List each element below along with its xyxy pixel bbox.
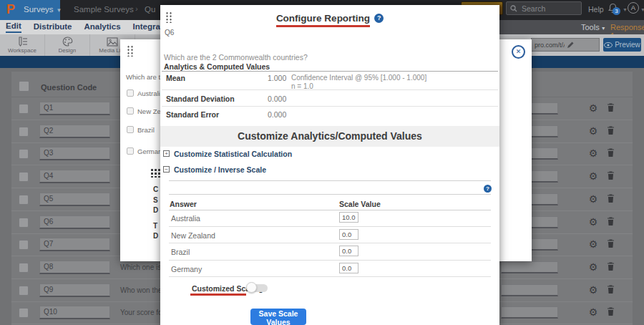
divider <box>169 226 491 227</box>
scale-value-input[interactable] <box>339 246 358 256</box>
stat-value: 1.000 <box>268 74 286 82</box>
toggle-knob <box>246 282 257 293</box>
edit-pencil-icon[interactable] <box>567 42 597 49</box>
divider <box>169 276 491 277</box>
settings-gear-icon[interactable]: ⚙ <box>587 261 600 273</box>
row-checkbox[interactable] <box>19 104 29 114</box>
red-underline <box>190 294 246 296</box>
collapse-minus-icon[interactable]: − <box>163 166 170 173</box>
question-code-input[interactable]: Q6 <box>39 215 110 229</box>
delete-trash-icon[interactable] <box>607 194 616 205</box>
scale-answer-label: Australia <box>171 214 200 223</box>
toolbar-item-workspace[interactable]: Workspace <box>0 34 45 56</box>
tab-edit[interactable]: Edit <box>6 21 21 33</box>
question-code-input[interactable]: Q5 <box>39 193 110 206</box>
delete-trash-icon[interactable] <box>607 217 616 228</box>
settings-gear-icon[interactable]: ⚙ <box>587 283 600 296</box>
settings-gear-icon[interactable]: ⚙ <box>587 193 600 205</box>
settings-gear-icon[interactable]: ⚙ <box>587 147 600 160</box>
row-checkbox[interactable] <box>19 240 29 250</box>
answer-checkbox[interactable] <box>127 147 134 155</box>
row-value-input[interactable] <box>501 261 558 273</box>
select-all-checkbox[interactable] <box>19 81 29 92</box>
delete-trash-icon[interactable] <box>607 148 616 159</box>
search-input[interactable] <box>520 4 577 14</box>
search-box[interactable] <box>506 1 582 15</box>
scale-value-input[interactable] <box>339 212 358 223</box>
search-icon <box>510 5 517 12</box>
delete-trash-icon[interactable] <box>607 126 616 137</box>
settings-gear-icon[interactable]: ⚙ <box>587 102 600 115</box>
row-checkbox[interactable] <box>19 195 29 205</box>
delete-trash-icon[interactable] <box>607 171 616 182</box>
column-header-scale-value: Scale Value <box>339 200 381 208</box>
help-icon[interactable]: ? <box>484 185 492 193</box>
stat-label: Standard Deviation <box>166 94 235 103</box>
preview-button[interactable]: Preview <box>603 38 641 52</box>
avatar[interactable]: A <box>628 2 639 14</box>
tab-distribute[interactable]: Distribute <box>34 22 72 32</box>
help-link[interactable]: Help <box>588 5 604 14</box>
row-checkbox[interactable] <box>19 286 29 296</box>
question-code-input[interactable]: Q9 <box>39 283 110 297</box>
breadcrumb[interactable]: Sample Surveys <box>74 5 134 14</box>
delete-trash-icon[interactable] <box>607 239 616 250</box>
answer-checkbox[interactable] <box>127 126 134 133</box>
settings-gear-icon[interactable]: ⚙ <box>587 215 600 228</box>
delete-trash-icon[interactable] <box>607 262 616 273</box>
chevron-down-icon: ▼ <box>57 7 62 14</box>
toolbar-item-design[interactable]: Design <box>45 34 90 56</box>
question-code-input[interactable]: Q8 <box>39 261 110 274</box>
question-code-input[interactable]: Q2 <box>39 125 110 138</box>
drag-handle-icon[interactable] <box>126 44 134 57</box>
close-icon[interactable]: ✕ <box>512 45 525 59</box>
expand-plus-icon[interactable]: + <box>163 150 170 157</box>
answer-checkbox[interactable] <box>127 89 134 97</box>
settings-gear-icon[interactable]: ⚙ <box>587 238 600 251</box>
settings-gear-icon[interactable]: ⚙ <box>587 170 600 183</box>
divider <box>162 106 498 107</box>
clipped-label: C <box>153 185 158 193</box>
question-code-input[interactable]: Q7 <box>39 238 110 251</box>
configure-reporting-modal: Configure Reporting? Q6 Which are the 2 … <box>160 5 499 325</box>
settings-gear-icon[interactable]: ⚙ <box>587 125 600 137</box>
customize-section-header: Customize Analytics/Computed Values <box>160 126 499 147</box>
chevron-down-icon[interactable]: ▼ <box>623 7 628 12</box>
grid-drag-icon[interactable] <box>150 168 160 178</box>
survey-url-field[interactable]: pro.com/t/APNrFZeY <box>531 38 600 52</box>
questionpro-logo[interactable]: P <box>6 2 15 17</box>
question-code-input[interactable]: Q1 <box>39 102 110 115</box>
customized-scaling-toggle[interactable] <box>246 282 269 294</box>
surveys-menu[interactable]: Surveys▼ <box>24 5 62 14</box>
save-scale-values-button[interactable]: Save Scale Values <box>250 309 306 325</box>
breadcrumb-separator: › <box>135 4 138 13</box>
delete-trash-icon[interactable] <box>607 307 616 318</box>
row-checkbox[interactable] <box>19 172 29 182</box>
row-checkbox[interactable] <box>19 263 29 273</box>
tools-menu[interactable]: Tools▼ <box>581 23 606 31</box>
tab-analytics[interactable]: Analytics <box>84 22 120 32</box>
chevron-down-icon: ▼ <box>601 26 606 31</box>
delete-trash-icon[interactable] <box>607 103 616 114</box>
help-icon[interactable]: ? <box>374 14 384 23</box>
breadcrumb-current: Qu <box>145 5 155 14</box>
question-code-label: Q6 <box>165 29 174 37</box>
answer-checkbox[interactable] <box>127 107 134 115</box>
delete-trash-icon[interactable] <box>607 285 616 296</box>
question-code-input[interactable]: Q3 <box>39 147 110 160</box>
question-code-input[interactable]: Q10 <box>39 306 110 319</box>
row-value-input[interactable] <box>501 306 558 319</box>
row-checkbox[interactable] <box>19 218 29 228</box>
settings-gear-icon[interactable]: ⚙ <box>587 306 600 319</box>
chevron-down-icon[interactable]: ▼ <box>640 7 644 12</box>
section-label: Customize Statistical Calculation <box>174 150 292 158</box>
row-value-input[interactable] <box>501 284 558 296</box>
scale-value-input[interactable] <box>339 263 358 273</box>
scale-value-input[interactable] <box>339 229 358 240</box>
row-checkbox[interactable] <box>19 127 29 137</box>
question-code-input[interactable]: Q4 <box>39 170 110 183</box>
row-checkbox[interactable] <box>19 149 29 159</box>
modal-title: Configure Reporting <box>276 13 370 27</box>
stat-label: Standard Error <box>166 110 219 119</box>
row-checkbox[interactable] <box>19 308 29 318</box>
